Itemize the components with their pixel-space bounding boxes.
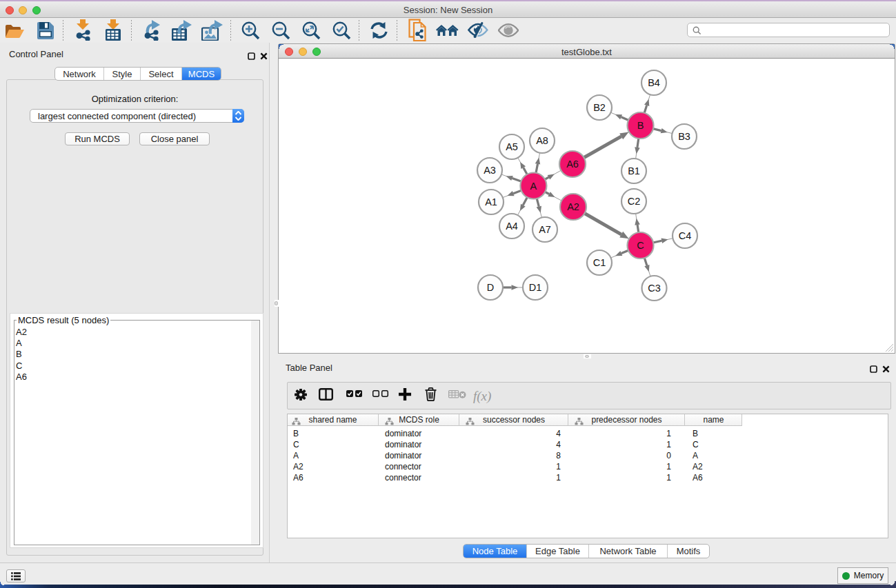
svg-text:A4: A4 — [506, 221, 518, 232]
svg-text:D1: D1 — [529, 282, 542, 293]
svg-text:C2: C2 — [628, 196, 641, 207]
svg-text:C: C — [637, 240, 644, 251]
svg-text:A3: A3 — [484, 165, 496, 176]
svg-text:C4: C4 — [679, 230, 692, 241]
svg-text:B3: B3 — [678, 131, 690, 142]
svg-text:A: A — [530, 181, 537, 192]
svg-text:B2: B2 — [593, 102, 606, 113]
svg-text:A1: A1 — [485, 196, 497, 207]
svg-text:B: B — [637, 120, 644, 131]
svg-text:C1: C1 — [593, 257, 606, 268]
svg-text:B1: B1 — [628, 165, 640, 176]
svg-text:C3: C3 — [648, 283, 661, 294]
svg-text:B4: B4 — [648, 77, 660, 88]
svg-text:A5: A5 — [506, 141, 518, 152]
svg-text:A6: A6 — [566, 159, 579, 170]
svg-text:A7: A7 — [539, 224, 551, 235]
svg-text:A2: A2 — [567, 201, 579, 212]
svg-text:D: D — [487, 282, 494, 293]
svg-text:A8: A8 — [536, 135, 548, 146]
